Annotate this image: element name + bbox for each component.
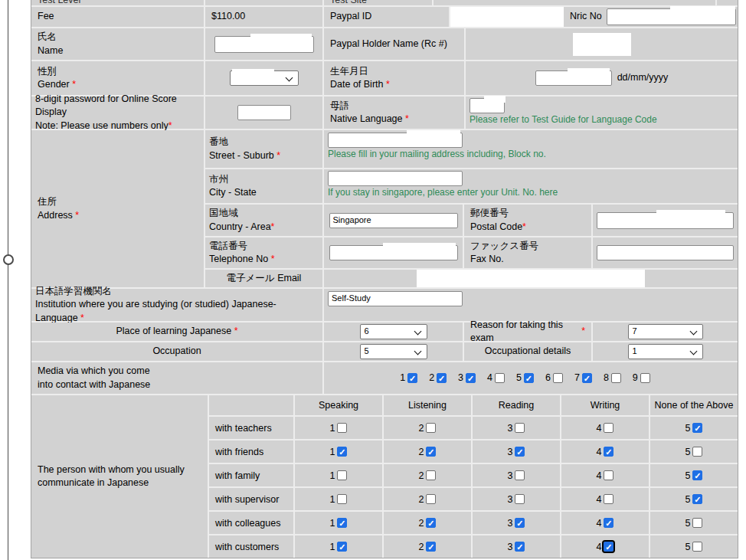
communication-row-with-family: with family12345	[209, 464, 738, 486]
media-checkbox-2[interactable]	[437, 373, 447, 383]
media-item-3: 3	[458, 372, 476, 385]
paypal-holder-area	[466, 28, 738, 60]
comm-checkbox-with-colleagues-1[interactable]	[337, 518, 347, 528]
fee-label: Fee	[31, 7, 204, 27]
paypal-holder-input[interactable]	[573, 33, 631, 56]
postal-input[interactable]	[597, 212, 734, 229]
gender-select[interactable]	[230, 70, 299, 86]
comm-checkbox-with-friends-3[interactable]	[515, 447, 525, 457]
password-label: 8-digit password for Online Score Displa…	[31, 97, 204, 129]
row-label-with-friends: with friends	[209, 440, 293, 463]
required-asterisk: *	[271, 254, 275, 264]
country-input[interactable]: Singapore	[329, 213, 458, 228]
name-row: 氏名 Name Paypal Holder Name (Rc #)	[31, 28, 738, 60]
name-input[interactable]	[214, 36, 314, 53]
dob-input[interactable]	[535, 70, 612, 86]
communication-cell: 5	[650, 440, 738, 463]
paypal-id-input[interactable]	[450, 7, 564, 27]
required-asterisk: *	[234, 325, 238, 338]
comm-checkbox-with-teachers-1[interactable]	[337, 423, 347, 433]
communication-cell: 5	[650, 535, 738, 558]
communication-block: The person with whom you usually communi…	[31, 395, 738, 558]
comm-checkbox-with-family-5[interactable]	[692, 470, 702, 480]
comm-checkbox-with-customers-4[interactable]	[604, 542, 613, 552]
required-asterisk: *	[271, 221, 275, 232]
comm-checkbox-with-teachers-4[interactable]	[604, 423, 613, 433]
comm-checkbox-with-friends-5[interactable]	[692, 447, 702, 457]
phone-input[interactable]	[329, 245, 458, 260]
place-row: Place of learning Japanese * 6 Reason fo…	[31, 323, 738, 341]
comm-checkbox-with-colleagues-2[interactable]	[426, 518, 436, 528]
media-checkbox-7[interactable]	[582, 373, 592, 383]
occupation-select[interactable]: 5	[360, 344, 427, 359]
comm-checkbox-with-customers-1[interactable]	[337, 542, 347, 552]
media-item-4: 4	[487, 372, 505, 385]
comm-checkbox-with-teachers-5[interactable]	[692, 423, 702, 433]
comm-checkbox-with-customers-3[interactable]	[515, 542, 525, 552]
test-level-label: Test Level	[38, 0, 198, 5]
communication-table: SpeakingListeningReadingWritingNone of t…	[209, 395, 738, 558]
cell-number: 4	[597, 542, 602, 552]
comm-checkbox-with-colleagues-3[interactable]	[515, 518, 525, 528]
media-checkbox-8[interactable]	[611, 373, 621, 383]
comm-checkbox-with-teachers-3[interactable]	[515, 423, 525, 433]
nric-input[interactable]	[607, 8, 736, 25]
comm-checkbox-with-supervisor-3[interactable]	[515, 494, 525, 504]
comm-checkbox-with-family-1[interactable]	[337, 470, 347, 480]
comm-checkbox-with-supervisor-5[interactable]	[692, 494, 702, 504]
media-item-5: 5	[516, 372, 534, 385]
communication-cell: 4	[561, 512, 649, 534]
comm-checkbox-with-supervisor-4[interactable]	[604, 494, 613, 504]
reason-select[interactable]: 7	[628, 324, 703, 339]
occupational-details-select[interactable]: 1	[628, 344, 703, 359]
media-number-9: 9	[633, 372, 638, 385]
comm-checkbox-with-friends-2[interactable]	[426, 447, 436, 457]
occupation-select-cell: 5	[324, 342, 463, 361]
communication-cell: 1	[295, 512, 382, 534]
comm-checkbox-with-friends-4[interactable]	[604, 447, 613, 457]
street-input[interactable]	[328, 133, 463, 148]
media-number-8: 8	[604, 372, 609, 385]
comm-checkbox-with-family-2[interactable]	[426, 470, 436, 480]
native-language-input[interactable]	[470, 98, 505, 113]
city-input[interactable]	[328, 171, 463, 186]
comm-checkbox-with-family-4[interactable]	[604, 470, 613, 480]
paypal-id-area: Nric No	[450, 7, 738, 27]
media-checkbox-4[interactable]	[495, 373, 505, 383]
cell-number: 3	[508, 470, 513, 481]
cell-number: 3	[508, 447, 513, 457]
cutoff-cell	[717, 0, 738, 5]
comm-checkbox-with-family-3[interactable]	[515, 470, 525, 480]
comm-checkbox-with-teachers-2[interactable]	[426, 423, 436, 433]
comm-checkbox-with-supervisor-1[interactable]	[337, 494, 347, 504]
comm-checkbox-with-customers-5[interactable]	[692, 542, 702, 552]
row-label-with-family: with family	[209, 464, 293, 486]
media-checkbox-3[interactable]	[466, 373, 476, 383]
communication-cell: 4	[561, 488, 649, 510]
comm-checkbox-with-supervisor-2[interactable]	[426, 494, 436, 504]
comm-checkbox-with-colleagues-4[interactable]	[604, 518, 613, 528]
media-checkbox-1[interactable]	[407, 373, 417, 383]
comm-checkbox-with-friends-1[interactable]	[337, 447, 347, 457]
communication-cell: 5	[650, 417, 738, 439]
media-checkbox-5[interactable]	[524, 373, 534, 383]
left-annotation-handle[interactable]	[3, 254, 14, 265]
cell-number: 5	[685, 447, 691, 457]
fax-input[interactable]	[597, 245, 734, 260]
media-checkbox-6[interactable]	[553, 373, 563, 383]
media-item-2: 2	[429, 372, 447, 385]
media-checkbox-9[interactable]	[640, 373, 650, 383]
cell-number: 5	[685, 470, 691, 481]
cell-number: 1	[330, 542, 335, 552]
place-select[interactable]: 6	[360, 324, 427, 339]
password-input[interactable]	[237, 105, 291, 120]
institution-input[interactable]: Self-Study	[328, 291, 463, 306]
redaction	[232, 69, 274, 77]
comm-checkbox-with-colleagues-5[interactable]	[692, 518, 702, 528]
communication-cell: 4	[561, 535, 649, 558]
email-input[interactable]	[417, 270, 645, 287]
communication-cell: 3	[473, 464, 560, 486]
comm-checkbox-with-customers-2[interactable]	[426, 542, 436, 552]
country-row: 国地域 Country - Area* Singapore 郵便番号 Posta…	[205, 205, 738, 236]
communication-cell: 2	[384, 417, 471, 439]
